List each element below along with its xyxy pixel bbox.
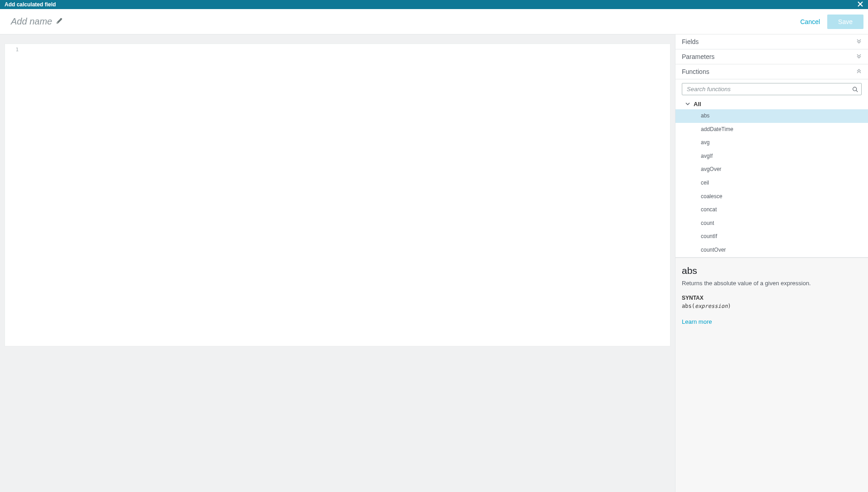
function-group-label: All bbox=[694, 101, 701, 107]
name-input-area[interactable]: Add name bbox=[11, 16, 63, 27]
function-item[interactable]: avg bbox=[675, 136, 868, 150]
formula-editor[interactable]: 1 bbox=[5, 44, 670, 346]
svg-point-2 bbox=[853, 87, 857, 91]
header-actions: Cancel Save bbox=[800, 15, 863, 29]
titlebar: Add calculated field bbox=[0, 0, 868, 9]
function-group-all[interactable]: All bbox=[675, 99, 868, 109]
parameters-section-header[interactable]: Parameters bbox=[675, 49, 868, 64]
right-panel: Fields Parameters Functions bbox=[675, 34, 868, 492]
editor-gutter: 1 bbox=[5, 44, 23, 55]
parameters-label: Parameters bbox=[682, 53, 714, 60]
chevron-up-icon bbox=[856, 68, 862, 75]
line-number: 1 bbox=[15, 47, 19, 53]
doc-panel: abs Returns the absolute value of a give… bbox=[675, 258, 868, 492]
cancel-button[interactable]: Cancel bbox=[800, 18, 820, 25]
function-item[interactable]: count bbox=[675, 217, 868, 230]
function-item[interactable]: abs bbox=[675, 109, 868, 123]
save-button[interactable]: Save bbox=[827, 15, 863, 29]
main: 1 Fields Parameters Functions bbox=[0, 34, 868, 492]
function-item[interactable]: ceil bbox=[675, 176, 868, 190]
editor-area: 1 bbox=[0, 34, 675, 492]
function-item[interactable]: concat bbox=[675, 203, 868, 217]
functions-label: Functions bbox=[682, 68, 709, 75]
learn-more-link[interactable]: Learn more bbox=[682, 318, 862, 325]
caret-down-icon bbox=[685, 101, 690, 107]
function-item[interactable]: avgOver bbox=[675, 163, 868, 176]
fields-label: Fields bbox=[682, 38, 699, 45]
doc-description: Returns the absolute value of a given ex… bbox=[682, 280, 862, 287]
chevron-down-icon bbox=[856, 54, 862, 60]
chevron-down-icon bbox=[856, 39, 862, 45]
titlebar-title: Add calculated field bbox=[5, 1, 56, 8]
functions-body: All absaddDateTimeavgavgIfavgOverceilcoa… bbox=[675, 79, 868, 258]
function-item[interactable]: countOver bbox=[675, 244, 868, 257]
function-item[interactable]: avgIf bbox=[675, 150, 868, 163]
search-box bbox=[682, 83, 862, 95]
svg-line-3 bbox=[856, 90, 858, 92]
function-item[interactable]: countIf bbox=[675, 230, 868, 244]
function-item[interactable]: coalesce bbox=[675, 190, 868, 204]
function-list[interactable]: All absaddDateTimeavgavgIfavgOverceilcoa… bbox=[675, 99, 868, 258]
pencil-icon[interactable] bbox=[57, 18, 63, 25]
search-input[interactable] bbox=[682, 83, 862, 95]
doc-syntax: abs(expression) bbox=[682, 303, 862, 309]
fields-section-header[interactable]: Fields bbox=[675, 34, 868, 49]
header: Add name Cancel Save bbox=[0, 9, 868, 34]
close-icon[interactable] bbox=[857, 0, 863, 9]
function-item[interactable]: addDateTime bbox=[675, 123, 868, 136]
functions-section-header[interactable]: Functions bbox=[675, 64, 868, 79]
doc-title: abs bbox=[682, 265, 862, 276]
doc-syntax-label: SYNTAX bbox=[682, 295, 862, 301]
name-placeholder: Add name bbox=[11, 16, 52, 27]
